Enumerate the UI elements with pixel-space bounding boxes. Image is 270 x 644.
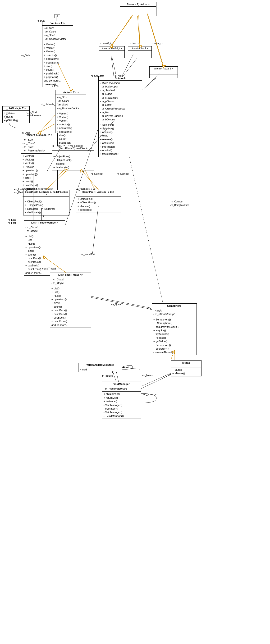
atomic-ssize-attrs (150, 71, 178, 74)
class-thread-label: < class Thread * > (40, 267, 60, 270)
atomic-t-ballow-header: Atomic< T, bAllow > (120, 2, 156, 7)
mnext-label: +m_Next (27, 111, 37, 114)
objectpool-listnode-pool-box: ObjectPool<_ListNode_1, nodePOolSize > +… (23, 190, 70, 216)
mpool-label-1: -m_Pool (52, 144, 60, 147)
atomic-ssize-methods (150, 74, 178, 78)
svg-line-0 (112, 16, 132, 46)
vector-t-header: Vector< T > (42, 21, 73, 26)
svg-line-17 (116, 371, 118, 382)
atomic-ssize-box: Atomic< ssize_t > (149, 66, 178, 78)
mlast-label-2: -m_Last (7, 218, 16, 221)
atomic-bool-box: Atomic< bool > (128, 46, 152, 58)
mutex-attrs (171, 365, 201, 368)
objectpool-t-box: ObjectPool< T, poolSize > + ObjectPool()… (52, 146, 94, 170)
list-class-thread-methods: + List() + List() + ~List() + operator=(… (50, 286, 91, 328)
mutex-header: Mutex (171, 360, 201, 365)
vsidstack-attrs: + vsid (78, 367, 122, 372)
mnodepool-label-2: -m_NodePool (80, 253, 95, 256)
vector-tptr-attr-1: - m_Count (57, 99, 84, 103)
mnodepool-label-1: -m_NodePool (40, 208, 55, 210)
mpstack-label: -m_pStack (102, 374, 113, 377)
listnode-16-label: < _ListNode_t, 16 > (78, 188, 97, 190)
vector-t-method-2: + Vector() (44, 50, 71, 53)
atomic-bool-attrs (128, 51, 152, 54)
objectpool-t-attrs (52, 150, 94, 154)
atomic-t-ballow-box: Atomic< T, bAllow > (120, 2, 156, 16)
vector-t-box: Vector< T > - m_Size - m_Count - m_Start… (42, 21, 73, 87)
svg-line-44 (92, 206, 98, 254)
mprev-label: +m_Previous (27, 114, 41, 117)
listnode-t-box: _ListNode_t< T > + value + next() + prev… (2, 106, 30, 123)
objectpool-listnode-pool-header: ObjectPool<_ListNode_1, nodePOolSize > (24, 190, 69, 197)
vector-t-attrs: - m_Size - m_Count - m_Start - m_Reserve… (42, 26, 73, 42)
vector-t-method-1: + Vector() (44, 46, 71, 50)
vector-tptr-header: Vector< T * > (56, 90, 86, 95)
objectpool-t-methods: + ObjectPool() + ~ObjectPool() + allocat… (52, 154, 94, 170)
list-class-thread-header: List< class Thread * > (50, 273, 91, 277)
vector-tptr-attr-2: - m_Start (57, 103, 84, 106)
atomic-uint64-box: Atomic< uint64_t > (99, 46, 125, 58)
mfirst-label-2: -m_First (7, 222, 16, 224)
atomic-uint64-header: Atomic< uint64_t > (99, 46, 124, 51)
vsidmanager-header: VsidManager (102, 382, 141, 386)
matom-label: -m_Atom (114, 75, 124, 77)
svg-line-2 (147, 12, 164, 66)
svg-line-1 (138, 16, 140, 46)
semaphore-header: Semaphore (152, 304, 196, 308)
svg-line-47 (112, 371, 116, 382)
atomic-t-ballow-attrs (120, 7, 156, 12)
mspinlock-label-1: -m_Spinlock (70, 144, 83, 147)
spinlock-attrs: - allow_recursion - m_bInterrupts - m_Se… (98, 80, 142, 122)
svg-line-30 (139, 16, 140, 46)
atomic-t-ballow-methods (120, 12, 156, 16)
objectpool-listnode-16-methods: + ObjectPool() + ~ObjectPool() + allocat… (76, 196, 121, 212)
vsidmanager-attrs: - m_HighWaterMark (102, 386, 141, 392)
bool-label: < bool > (130, 42, 138, 45)
minstance-label: -m_Instance (144, 393, 156, 396)
vector-tptr-attr-3: - m_ReserveFactor (57, 106, 84, 110)
mfirst-label-1: -m_First (14, 191, 23, 194)
vsidstack-header: VsidManager::VsidStack (78, 363, 122, 367)
svg-line-48 (141, 374, 171, 389)
vector-t-attr-2: - m_Start (44, 34, 71, 37)
vector-t-method-10: and 19 more... (44, 79, 71, 82)
mspinlock-label-3: -m_Spinlock (116, 172, 129, 175)
vector-t-attr-0: - m_Size (44, 26, 71, 30)
atomic-ssize-header: Atomic< ssize_t > (150, 66, 178, 71)
spinlock-methods: + Spinlock() + Spinlock() + acquire() + … (98, 122, 142, 157)
mlast-label-1: -m_Last (14, 188, 23, 190)
vector-t-method-9: + popBack() (44, 75, 71, 79)
mutex-methods: + Mutex() + ~Mutex() (171, 368, 201, 376)
listnode-ptr-label: < _ListNode_t * > (42, 103, 60, 106)
vector-t-method-4: + operator=() (44, 57, 71, 61)
listnode-size-label: < _ListNode_t, nodePOolSize > (24, 188, 54, 190)
vector-t-methods: + Vector() + Vector() + Vector() + ~Vect… (42, 42, 73, 87)
vsidstack-box: VsidManager::VsidStack + vsid (78, 363, 122, 372)
semaphore-methods: + Semaphore() + ~Semaphore() + acquireWi… (152, 317, 196, 355)
mspinlock-label-2: -m_Spinlock (90, 172, 103, 175)
mqueue-label: -m_Queue (111, 303, 122, 306)
vector-t-method-3: + ~Vector() (44, 54, 71, 57)
vector-t-method-0: + Vector() (44, 43, 71, 46)
mutex-box: Mutex + Mutex() + ~Mutex() (171, 360, 202, 376)
vector-t-attr-3: - m_ReserveFactor (44, 37, 71, 41)
svg-line-31 (147, 13, 163, 66)
objectpool-listnode-pool-methods: + ObjectPool() + ~ObjectPool() + allocat… (24, 199, 69, 215)
next-label: +next (123, 366, 129, 369)
mcounter-label: -m_Counter (170, 200, 183, 203)
vector-t-method-8: + pushBack() (44, 72, 71, 75)
atomic-bool-methods (128, 54, 152, 58)
objectpool-listnode-16-attrs (76, 194, 121, 196)
atomic-uint64-methods (99, 54, 124, 58)
diagram-container: Atomic< T, bAllow > Atomic< uint64_t > A… (0, 0, 270, 644)
mcpustate-label: -m_CpuState (90, 75, 104, 77)
mdata-label-2: -m_Data (21, 54, 30, 57)
atomic-bool-header: Atomic< bool > (128, 46, 152, 51)
svg-line-14 (91, 296, 152, 308)
list-class-thread-box: List< class Thread * > - m_Count - m_Mag… (50, 272, 91, 328)
objectpool-listnode-pool-attrs (24, 197, 69, 199)
mdata-label-1: -m_Data (36, 20, 45, 22)
t-label: T (54, 14, 60, 18)
vsidmanager-box: VsidManager - m_HighWaterMark + obtainVs… (102, 382, 141, 419)
vector-t-method-6: + size() (44, 64, 71, 68)
